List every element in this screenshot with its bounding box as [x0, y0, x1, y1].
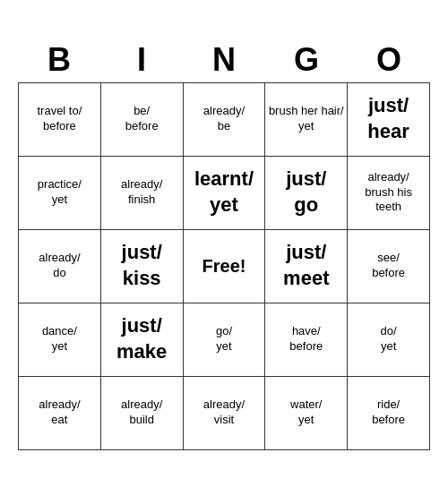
bingo-cell: already/brush his teeth — [348, 157, 430, 230]
bingo-header-letter: B — [18, 38, 100, 82]
bingo-cell: dance/yet — [19, 303, 101, 377]
bingo-header-letter: G — [265, 38, 348, 82]
bingo-cell: already/eat — [19, 377, 101, 450]
bingo-cell: do/yet — [348, 303, 430, 377]
bingo-header-letter: I — [100, 38, 183, 82]
bingo-cell: water/yet — [265, 377, 348, 450]
bingo-cell: be/before — [101, 83, 184, 157]
bingo-cell: just/kiss — [101, 230, 184, 303]
bingo-grid: travel to/beforebe/beforealready/bebrush… — [18, 82, 430, 450]
bingo-header: BINGO — [18, 38, 430, 82]
bingo-cell: practice/yet — [19, 157, 101, 230]
bingo-cell: just/go — [265, 157, 348, 230]
bingo-cell: already/be — [184, 83, 266, 157]
bingo-cell: Free! — [184, 230, 266, 303]
bingo-cell: learnt/yet — [184, 157, 266, 230]
bingo-cell: already/visit — [184, 377, 266, 450]
bingo-cell: brush her hair/yet — [265, 83, 348, 157]
bingo-cell: just/hear — [348, 83, 430, 157]
bingo-cell: just/make — [101, 303, 184, 377]
bingo-cell: ride/before — [348, 377, 430, 450]
bingo-cell: already/do — [19, 230, 101, 303]
bingo-cell: have/before — [265, 303, 348, 377]
bingo-container: BINGO travel to/beforebe/beforealready/b… — [18, 38, 430, 450]
bingo-cell: go/yet — [184, 303, 266, 377]
bingo-cell: already/build — [101, 377, 184, 450]
bingo-cell: see/before — [348, 230, 430, 303]
bingo-cell: already/finish — [101, 157, 184, 230]
bingo-cell: just/meet — [265, 230, 348, 303]
bingo-cell: travel to/before — [19, 83, 101, 157]
bingo-header-letter: N — [183, 38, 265, 82]
bingo-header-letter: O — [348, 38, 430, 82]
